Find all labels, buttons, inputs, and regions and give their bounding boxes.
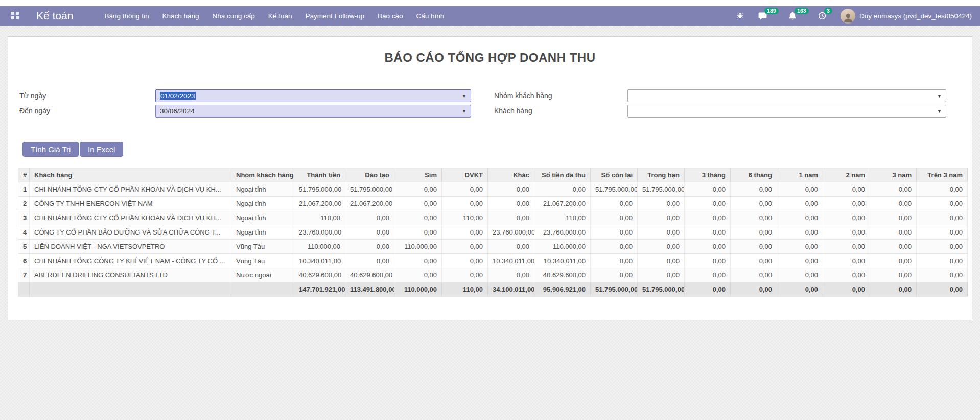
customer-group-select[interactable]: ▼ (627, 89, 946, 102)
amount-cell: 0,00 (870, 268, 917, 283)
menu-item-vendors[interactable]: Nhà cung cấp (206, 6, 262, 26)
total-cell: 110.000,00 (394, 283, 442, 297)
amount-cell: 0,00 (591, 211, 638, 225)
total-cell (231, 283, 294, 297)
row-index-cell: 3 (18, 211, 30, 225)
customer-name-cell: CÔNG TY CỔ PHẦN BẢO DƯỠNG VÀ SỬA CHỮA CÔ… (30, 225, 231, 240)
amount-cell: 110,00 (294, 211, 345, 225)
debug-bug-icon[interactable] (729, 6, 751, 26)
amount-cell: 0,00 (488, 211, 534, 225)
amount-cell: 0,00 (731, 268, 777, 283)
browser-top-strip (0, 0, 980, 6)
amount-cell: 0,00 (731, 211, 777, 225)
menu-item-configuration[interactable]: Cấu hình (410, 6, 451, 26)
customer-group-cell: Nước ngoài (231, 268, 294, 283)
column-header: DVKT (442, 168, 488, 182)
to-date-label: Đến ngày (19, 107, 50, 115)
total-cell (18, 283, 30, 297)
from-date-input[interactable]: 01/02/2023 ▼ (155, 89, 471, 102)
compute-values-button[interactable]: Tính Giá Trị (22, 142, 79, 157)
amount-cell: 0,00 (777, 225, 823, 240)
menu-item-customers[interactable]: Khách hàng (155, 6, 205, 26)
amount-cell: 0,00 (777, 197, 823, 211)
amount-cell: 40.629.600,00 (294, 268, 345, 283)
notifications-bell-icon[interactable]: 163 (781, 6, 804, 26)
amount-cell: 0,00 (488, 240, 534, 254)
amount-cell: 0,00 (870, 254, 917, 268)
amount-cell: 21.067.200,00 (345, 197, 394, 211)
amount-cell: 0,00 (394, 182, 442, 197)
amount-cell: 0,00 (685, 211, 731, 225)
amount-cell: 0,00 (488, 197, 534, 211)
revenue-summary-table: #Khách hàngNhóm khách hàng...Thành tiềnĐ… (18, 168, 968, 297)
amount-cell: 0,00 (870, 197, 917, 211)
amount-cell: 0,00 (777, 211, 823, 225)
amount-cell: 0,00 (488, 182, 534, 197)
row-index-cell: 6 (18, 254, 30, 268)
page-title: BÁO CÁO TỔNG HỢP DOANH THU (8, 51, 972, 65)
messages-count-badge: 189 (764, 8, 779, 14)
chevron-down-icon: ▼ (462, 109, 466, 114)
menu-item-payment-followup[interactable]: Payment Follow-up (298, 6, 371, 26)
amount-cell: 0,00 (591, 197, 638, 211)
amount-cell: 0,00 (917, 197, 968, 211)
amount-cell: 0,00 (345, 240, 394, 254)
amount-cell: 0,00 (638, 254, 685, 268)
export-excel-button[interactable]: In Excel (80, 142, 123, 157)
total-cell: 0,00 (777, 283, 823, 297)
column-header: Khách hàng (30, 168, 231, 182)
amount-cell: 0,00 (591, 254, 638, 268)
total-cell: 95.906.921,00 (534, 283, 591, 297)
table-row: 7ABERDEEN DRILLING CONSULTANTS LTDNước n… (18, 268, 968, 283)
from-date-value: 01/02/2023 (160, 92, 196, 100)
amount-cell: 0,00 (345, 254, 394, 268)
total-cell (30, 283, 231, 297)
amount-cell: 0,00 (823, 211, 870, 225)
amount-cell: 0,00 (638, 240, 685, 254)
amount-cell: 0,00 (685, 182, 731, 197)
amount-cell: 0,00 (394, 268, 442, 283)
customer-select[interactable]: ▼ (627, 105, 946, 118)
amount-cell: 0,00 (442, 254, 488, 268)
apps-grid-icon[interactable] (11, 12, 19, 20)
total-cell: 0,00 (823, 283, 870, 297)
amount-cell: 0,00 (685, 225, 731, 240)
amount-cell: 0,00 (731, 254, 777, 268)
activities-count-badge: 3 (824, 8, 832, 14)
from-date-label: Từ ngày (19, 91, 46, 100)
activities-clock-icon[interactable]: 3 (811, 6, 833, 26)
customer-group-cell: Ngoại tỉnh (231, 225, 294, 240)
amount-cell: 110,00 (442, 211, 488, 225)
menu-item-reports[interactable]: Báo cáo (371, 6, 410, 26)
menu-item-accounting[interactable]: Kế toán (262, 6, 299, 26)
amount-cell: 0,00 (917, 182, 968, 197)
table-row: 3CHI NHÁNH TỔNG CTY CỔ PHẦN KHOAN VÀ DỊC… (18, 211, 968, 225)
column-header: 2 năm (823, 168, 870, 182)
table-row: 1CHI NHÁNH TỔNG CTY CỔ PHẦN KHOAN VÀ DỊC… (18, 182, 968, 197)
column-header: Đào tạo (345, 168, 394, 182)
column-header: Trên 3 năm (917, 168, 968, 182)
messages-icon[interactable]: 189 (751, 6, 774, 26)
total-cell: 0,00 (685, 283, 731, 297)
amount-cell: 0,00 (534, 182, 591, 197)
amount-cell: 0,00 (731, 182, 777, 197)
user-menu[interactable]: Duy enmasys (pvd_dev_test050424) (859, 12, 972, 20)
amount-cell: 0,00 (442, 225, 488, 240)
to-date-value: 30/06/2024 (160, 107, 195, 115)
amount-cell: 0,00 (638, 225, 685, 240)
amount-cell: 51.795.000,00 (294, 182, 345, 197)
amount-cell: 0,00 (488, 268, 534, 283)
amount-cell: 0,00 (870, 240, 917, 254)
user-avatar[interactable] (841, 9, 855, 24)
amount-cell: 0,00 (442, 268, 488, 283)
menu-item-dashboard[interactable]: Bảng thông tin (98, 6, 155, 26)
row-index-cell: 4 (18, 225, 30, 240)
customer-group-cell: Vũng Tàu (231, 254, 294, 268)
amount-cell: 23.760.000,00 (294, 225, 345, 240)
total-cell: 0,00 (731, 283, 777, 297)
customer-group-cell: Ngoại tỉnh (231, 197, 294, 211)
row-index-cell: 2 (18, 197, 30, 211)
to-date-input[interactable]: 30/06/2024 ▼ (155, 105, 471, 118)
app-brand[interactable]: Kế toán (36, 10, 73, 22)
customer-name-cell: ABERDEEN DRILLING CONSULTANTS LTD (30, 268, 231, 283)
